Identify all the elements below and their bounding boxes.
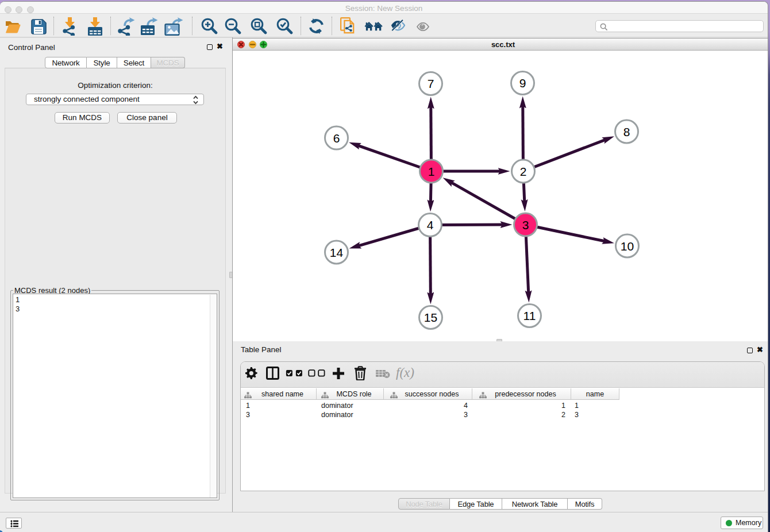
svg-text:10: 10 — [621, 239, 634, 252]
svg-text:15: 15 — [424, 311, 437, 324]
svg-text:6: 6 — [333, 131, 340, 144]
svg-text:4: 4 — [427, 218, 434, 232]
svg-text:1: 1 — [428, 164, 435, 178]
svg-text:7: 7 — [428, 77, 434, 90]
svg-text:9: 9 — [519, 76, 526, 90]
svg-text:11: 11 — [523, 309, 536, 322]
svg-text:2: 2 — [520, 164, 527, 178]
svg-text:8: 8 — [623, 125, 630, 138]
svg-text:f(x): f(x) — [396, 366, 414, 380]
svg-text:14: 14 — [330, 245, 344, 259]
svg-text:3: 3 — [522, 218, 529, 231]
